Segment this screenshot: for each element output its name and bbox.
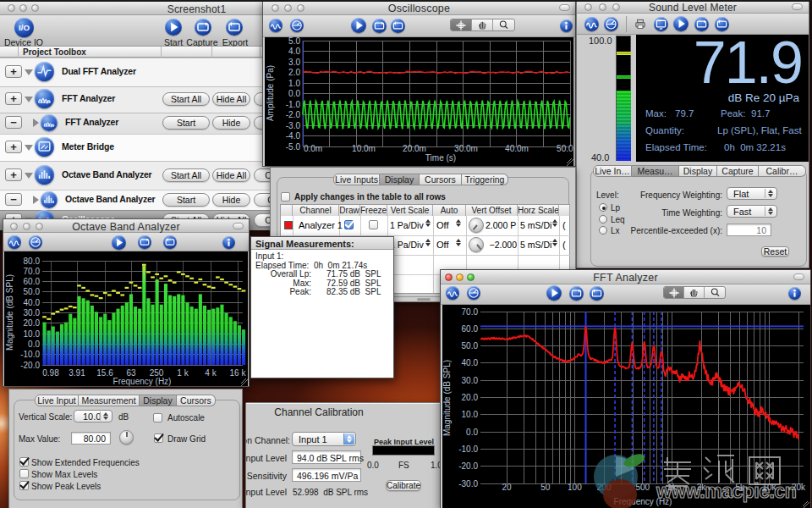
svg-text:0.0m: 0.0m (304, 144, 322, 153)
svg-text:0.0: 0.0 (288, 89, 300, 98)
svg-text:3.0: 3.0 (288, 58, 300, 67)
svg-text:200: 200 (597, 483, 612, 492)
svg-text:2.0: 2.0 (288, 68, 300, 77)
svg-text:15.6: 15.6 (96, 368, 113, 378)
svg-text:-30.0: -30.0 (458, 479, 478, 489)
svg-text:20: 20 (502, 483, 512, 492)
svg-text:20.0: 20.0 (462, 393, 479, 402)
svg-text:4 k: 4 k (205, 368, 217, 378)
svg-text:50.0m: 50.0m (557, 144, 573, 153)
svg-text:0.98: 0.98 (42, 368, 59, 378)
svg-text:Amplitude (Pa): Amplitude (Pa) (266, 65, 275, 121)
svg-text:50.0: 50.0 (24, 287, 41, 296)
svg-text:10.0m: 10.0m (352, 144, 376, 153)
svg-text:70.0: 70.0 (462, 307, 479, 317)
svg-text:-20.0: -20.0 (20, 361, 40, 370)
svg-text:Magnitude (dB SPL): Magnitude (dB SPL) (5, 274, 14, 351)
svg-text:1k: 1k (667, 483, 678, 492)
svg-text:50: 50 (540, 483, 551, 492)
svg-text:60.0: 60.0 (462, 324, 479, 334)
svg-text:30.0m: 30.0m (454, 144, 478, 153)
svg-text:20k: 20k (792, 483, 806, 492)
svg-text:-3.0: -3.0 (286, 121, 301, 130)
svg-text:Time (s): Time (s) (425, 153, 456, 163)
svg-text:-10.0: -10.0 (20, 350, 40, 359)
svg-text:Frequency (Hz): Frequency (Hz) (614, 497, 672, 506)
svg-text:-1.0: -1.0 (286, 100, 301, 109)
svg-text:5.0: 5.0 (288, 37, 300, 46)
svg-text:-5.0: -5.0 (286, 142, 301, 152)
svg-text:-2.0: -2.0 (286, 110, 301, 119)
svg-text:40.0m: 40.0m (505, 144, 529, 153)
svg-text:5k: 5k (736, 483, 746, 492)
svg-text:500: 500 (635, 483, 650, 492)
svg-text:0.0: 0.0 (28, 340, 40, 349)
svg-text:Frequency (Hz): Frequency (Hz) (113, 377, 172, 386)
svg-text:60.0: 60.0 (24, 277, 41, 286)
svg-text:20.0m: 20.0m (403, 144, 426, 153)
svg-text:10.0: 10.0 (462, 410, 479, 419)
svg-text:Magnitude (dB SPL): Magnitude (dB SPL) (442, 360, 452, 436)
svg-text:16 k: 16 k (230, 368, 247, 378)
svg-text:4.0: 4.0 (288, 47, 300, 56)
svg-text:30.0: 30.0 (462, 376, 479, 385)
svg-text:-10.0: -10.0 (458, 444, 478, 454)
svg-text:10.0: 10.0 (24, 329, 41, 339)
svg-text:3.91: 3.91 (69, 368, 85, 378)
svg-text:40.0: 40.0 (462, 358, 479, 367)
svg-text:80.0: 80.0 (24, 257, 41, 266)
svg-text:1 k: 1 k (177, 368, 189, 378)
svg-text:40.0: 40.0 (24, 298, 41, 307)
svg-text:70.0: 70.0 (24, 267, 41, 276)
svg-text:1.0: 1.0 (288, 79, 300, 88)
svg-text:2k: 2k (697, 483, 707, 492)
svg-text:20.0: 20.0 (24, 318, 41, 328)
svg-text:50.0: 50.0 (462, 341, 479, 351)
svg-text:0.0: 0.0 (466, 428, 478, 437)
svg-text:-20.0: -20.0 (458, 461, 478, 471)
svg-text:10k: 10k (762, 483, 776, 492)
svg-text:-4.0: -4.0 (286, 131, 301, 141)
svg-text:100: 100 (568, 483, 582, 492)
svg-text:30.0: 30.0 (24, 308, 41, 318)
